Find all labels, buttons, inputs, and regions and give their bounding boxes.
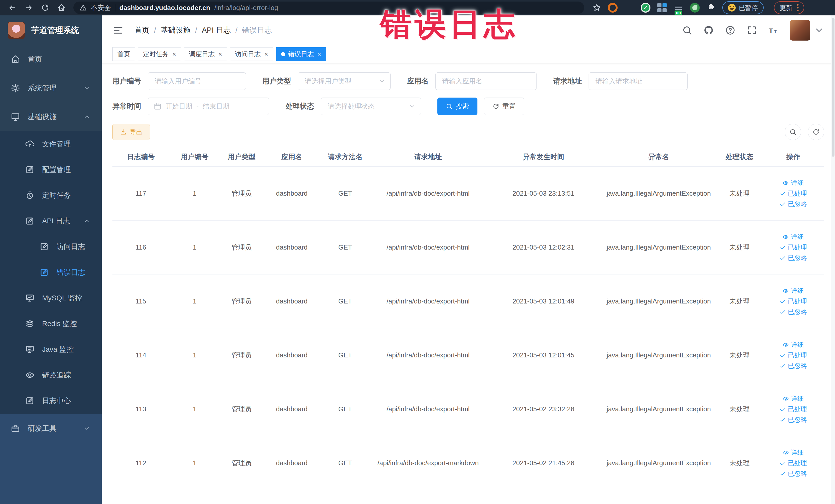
home-button[interactable]: [55, 2, 69, 14]
security-label[interactable]: 不安全: [91, 3, 111, 12]
breadcrumb-item[interactable]: 首页: [135, 25, 149, 36]
bookmark-star-icon[interactable]: [592, 3, 601, 12]
extension-shield-icon[interactable]: [624, 3, 634, 13]
page-content: 用户编号 用户类型 应用名 请求: [102, 63, 835, 490]
extensions-puzzle-icon[interactable]: [707, 3, 716, 12]
user-type-select[interactable]: [298, 73, 390, 89]
sidebar-item-error-log[interactable]: 错误日志: [0, 260, 102, 285]
breadcrumb-item[interactable]: 基础设施: [161, 25, 190, 36]
reset-button[interactable]: 重置: [484, 98, 524, 115]
cell-log-id: 114: [113, 328, 169, 382]
help-icon[interactable]: [725, 25, 735, 36]
sidebar-item-java[interactable]: Java 监控: [0, 337, 102, 362]
breadcrumb-item[interactable]: API 日志: [202, 25, 231, 36]
action-detail-link[interactable]: 详细: [782, 395, 804, 403]
cell-user-id: 1: [169, 221, 220, 275]
check-icon: [779, 244, 786, 250]
extension-check-icon[interactable]: ✓: [641, 3, 650, 13]
close-icon[interactable]: ×: [218, 51, 222, 58]
action-processed-link[interactable]: 已处理: [779, 189, 807, 198]
action-processed-link[interactable]: 已处理: [779, 243, 807, 251]
tab-错误日志[interactable]: 错误日志×: [276, 47, 326, 61]
request-url-input[interactable]: [589, 73, 687, 89]
date-separator: -: [196, 102, 199, 110]
chevron-down-icon[interactable]: [814, 25, 824, 36]
scrollbar[interactable]: [831, 15, 835, 504]
sidebar-item-dev-tools[interactable]: 研发工具: [0, 414, 102, 443]
sidebar-item-infra[interactable]: 基础设施: [0, 102, 102, 131]
action-ignored-link[interactable]: 已忽略: [779, 362, 807, 370]
search-button[interactable]: 搜索: [437, 98, 477, 115]
extension-on-icon[interactable]: on: [674, 3, 683, 13]
chevron-down-icon: [379, 78, 385, 84]
sidebar-item-trace[interactable]: 链路追踪: [0, 362, 102, 388]
toggle-search-button[interactable]: [785, 124, 801, 140]
action-detail-link[interactable]: 详细: [782, 448, 804, 457]
action-ignored-link[interactable]: 已忽略: [779, 200, 807, 208]
app-name-input[interactable]: [435, 73, 536, 89]
process-status-select[interactable]: [321, 98, 421, 115]
action-processed-link[interactable]: 已处理: [779, 297, 807, 305]
menu-kebab-icon[interactable]: [797, 4, 798, 11]
github-icon[interactable]: [704, 25, 714, 36]
action-detail-link[interactable]: 详细: [782, 233, 804, 241]
update-button[interactable]: 更新: [774, 1, 804, 14]
address-bar[interactable]: 不安全 dashboard.yudao.iocoder.cn/infra/log…: [74, 2, 584, 14]
date-range-picker[interactable]: 开始日期 - 结束日期: [148, 98, 269, 115]
action-ignored-link[interactable]: 已忽略: [779, 469, 807, 478]
navbar: 首页/基础设施/API 日志/错误日志 TT: [102, 15, 835, 45]
sidebar-item-log-center[interactable]: 日志中心: [0, 388, 102, 414]
browser-extensions-area: ✓ on 已暂停 更新: [592, 1, 804, 14]
sidebar-item-file[interactable]: 文件管理: [0, 131, 102, 157]
close-icon[interactable]: ×: [318, 51, 321, 58]
tab-label: 定时任务: [143, 50, 169, 58]
font-size-icon[interactable]: TT: [768, 25, 778, 36]
close-icon[interactable]: ×: [172, 51, 176, 58]
action-processed-link[interactable]: 已处理: [779, 405, 807, 414]
cell-method: GET: [320, 436, 370, 490]
sidebar-item-job[interactable]: 定时任务: [0, 183, 102, 208]
action-detail-link[interactable]: 详细: [782, 340, 804, 349]
user-id-input[interactable]: [148, 73, 246, 89]
extension-grid-icon[interactable]: [657, 3, 667, 13]
scrollbar-thumb[interactable]: [832, 18, 834, 157]
search-icon[interactable]: [682, 25, 692, 36]
user-avatar[interactable]: [790, 20, 810, 41]
tab-定时任务[interactable]: 定时任务×: [138, 47, 181, 61]
action-ignored-link[interactable]: 已忽略: [779, 416, 807, 424]
action-label: 已忽略: [788, 254, 807, 262]
action-ignored-link[interactable]: 已忽略: [779, 308, 807, 316]
cell-url: /api/infra/db-doc/export-html: [370, 167, 486, 221]
reload-button[interactable]: [38, 2, 53, 14]
action-processed-link[interactable]: 已处理: [779, 459, 807, 467]
logo-row[interactable]: 芋道管理系统: [0, 15, 102, 45]
tab-首页[interactable]: 首页: [113, 47, 135, 61]
sidebar-item-system[interactable]: 系统管理: [0, 74, 102, 102]
column-header: 异常名: [600, 147, 717, 167]
sidebar-item-access-log[interactable]: 访问日志: [0, 234, 102, 260]
sidebar-item-api-log[interactable]: API 日志: [0, 208, 102, 234]
tab-访问日志[interactable]: 访问日志×: [230, 47, 273, 61]
check-icon: [779, 255, 786, 261]
export-button[interactable]: 导出: [113, 124, 150, 140]
action-detail-link[interactable]: 详细: [782, 286, 804, 295]
hamburger-icon[interactable]: [113, 25, 124, 36]
tab-调度日志[interactable]: 调度日志×: [184, 47, 227, 61]
sidebar-item-home[interactable]: 首页: [0, 45, 102, 74]
cell-actions: 详细已处理已忽略: [762, 167, 824, 221]
mysql-icon: [25, 294, 34, 303]
action-detail-link[interactable]: 详细: [782, 179, 804, 187]
back-button[interactable]: [5, 2, 20, 14]
fullscreen-icon[interactable]: [747, 25, 757, 36]
paused-pill[interactable]: 已暂停: [722, 1, 763, 14]
action-processed-link[interactable]: 已处理: [779, 351, 807, 360]
extension-orange-icon[interactable]: [608, 3, 617, 13]
sidebar-item-redis[interactable]: Redis 监控: [0, 311, 102, 337]
action-ignored-link[interactable]: 已忽略: [779, 254, 807, 262]
close-icon[interactable]: ×: [264, 51, 268, 58]
forward-button[interactable]: [22, 2, 36, 14]
extension-leaf-icon[interactable]: [690, 3, 700, 13]
sidebar-item-config[interactable]: 配置管理: [0, 157, 102, 183]
refresh-table-button[interactable]: [808, 124, 824, 140]
sidebar-item-mysql[interactable]: MySQL 监控: [0, 285, 102, 311]
